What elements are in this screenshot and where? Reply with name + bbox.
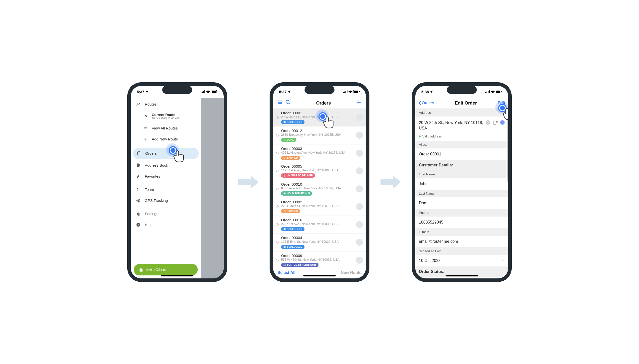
- invite-label: Invite Others: [146, 268, 166, 272]
- svg-rect-30: [347, 90, 347, 93]
- nav-title: Edit Order: [434, 100, 498, 106]
- address-book-label: Address Book: [145, 163, 168, 168]
- svg-rect-49: [284, 264, 286, 266]
- menu-settings[interactable]: Settings: [131, 208, 201, 219]
- order-row[interactable]: Order 00012 2880 Broadway, New York, NY …: [273, 126, 366, 144]
- new-route-button[interactable]: New Route: [341, 270, 361, 275]
- order-radio[interactable]: [276, 170, 279, 172]
- order-title: Order 00016: [281, 218, 353, 222]
- order-title: Order 00004: [281, 236, 353, 240]
- svg-rect-26: [140, 269, 143, 272]
- field-alias[interactable]: Order 00001: [415, 148, 508, 160]
- location-arrow-icon: [145, 90, 149, 93]
- svg-point-22: [138, 200, 139, 201]
- svg-rect-41: [284, 121, 286, 123]
- field-first[interactable]: John: [415, 178, 508, 190]
- menu-routes[interactable]: Routes: [131, 99, 201, 110]
- svg-rect-53: [489, 90, 490, 93]
- field-email[interactable]: email@route4me.com: [415, 236, 508, 247]
- svg-rect-15: [137, 164, 140, 167]
- order-title: Order 00012: [281, 128, 353, 133]
- menu-address-book[interactable]: Address Book: [131, 160, 201, 171]
- svg-rect-50: [485, 92, 486, 93]
- chevron-down-icon: [501, 259, 505, 262]
- order-avatar: [356, 132, 363, 139]
- order-avatar: [356, 168, 363, 174]
- field-sched[interactable]: 10 Oct 2023: [415, 255, 508, 266]
- field-phone[interactable]: 18885529045: [415, 216, 508, 228]
- nav-bar: Orders Edit Order Edit: [415, 98, 508, 109]
- clear-icon[interactable]: ✕: [486, 120, 490, 125]
- valid-address-indicator: Valid address: [415, 134, 508, 141]
- order-address: 222 E 34th St, New York, NY 10016, USA: [281, 204, 353, 208]
- menu-favorites[interactable]: Favorites: [131, 171, 201, 182]
- order-row[interactable]: Order 00004 125 E 54th St, New York, NY …: [273, 234, 366, 252]
- status-time: 5:38: [421, 90, 429, 94]
- home-indicator[interactable]: [161, 275, 193, 276]
- field-address[interactable]: 20 W 34th St., New York, NY 10118, USA ✕: [415, 116, 508, 135]
- order-radio[interactable]: [276, 152, 279, 154]
- order-radio[interactable]: [276, 116, 279, 119]
- order-badge: SCHEDULED: [281, 227, 305, 231]
- order-radio[interactable]: [276, 205, 279, 208]
- hamburger-icon[interactable]: [276, 100, 284, 106]
- order-radio[interactable]: [276, 241, 279, 244]
- edit-button[interactable]: Edit: [498, 101, 505, 105]
- search-icon[interactable]: [284, 100, 292, 106]
- order-radio[interactable]: [276, 259, 279, 262]
- signal-icon: [343, 90, 347, 93]
- menu-help[interactable]: ? Help: [131, 219, 201, 230]
- order-row[interactable]: Order 00001 20 W 34th St., New York, NY …: [273, 109, 366, 127]
- svg-rect-2: [203, 91, 204, 93]
- notch: [162, 86, 192, 94]
- order-row[interactable]: Order 00002 222 E 34th St, New York, NY …: [273, 198, 366, 216]
- status-time: 5:37: [137, 90, 144, 94]
- menu-gps[interactable]: GPS Tracking: [131, 195, 201, 206]
- color-picker-icon[interactable]: [500, 120, 505, 125]
- favorites-label: Favorites: [145, 174, 160, 178]
- order-avatar: [356, 203, 363, 210]
- order-radio[interactable]: [276, 134, 279, 136]
- order-row[interactable]: Order 00003 405 Lexington Ave, New York,…: [273, 144, 366, 162]
- invite-icon: [139, 268, 143, 272]
- back-button[interactable]: Orders: [418, 101, 434, 105]
- order-address: 20 W 34th St., New York, NY 10118, USA: [281, 115, 353, 119]
- order-address: 1191 1st Ave., New York, NY 10065, USA: [281, 169, 353, 172]
- section-customer: Customer Details:: [415, 160, 508, 170]
- label-first: First Name:: [415, 170, 508, 178]
- order-address: 2880 Broadway, New York, NY 10025, USA: [281, 133, 353, 136]
- orders-list[interactable]: Order 00001 20 W 34th St., New York, NY …: [273, 109, 366, 267]
- edit-form[interactable]: Address: 20 W 34th St., New York, NY 101…: [415, 109, 508, 278]
- svg-point-19: [139, 188, 140, 189]
- order-row[interactable]: Order 00016 2287 1st Ave., New York, NY …: [273, 216, 366, 234]
- invite-button[interactable]: Invite Others: [134, 264, 198, 276]
- field-last[interactable]: Doe: [415, 197, 508, 209]
- menu-team[interactable]: Team: [131, 184, 201, 195]
- home-indicator[interactable]: [446, 275, 478, 276]
- menu-view-all[interactable]: View All Routes: [131, 123, 201, 134]
- menu-orders[interactable]: Orders: [133, 148, 199, 159]
- label-alias: Alias:: [415, 141, 508, 148]
- battery-icon: [211, 90, 218, 93]
- order-title: Order 00009: [281, 254, 353, 258]
- order-row[interactable]: Order 00010 80 Riverside Dr, New York, N…: [273, 180, 366, 198]
- add-icon[interactable]: [355, 99, 363, 107]
- select-all-button[interactable]: Select All: [278, 270, 295, 275]
- order-address: 533 W 47th St, New York, NY 10036, USA: [281, 258, 353, 262]
- scrollbar[interactable]: [507, 111, 507, 268]
- svg-rect-57: [493, 121, 496, 124]
- add-route-label: Add New Route: [152, 137, 178, 141]
- signal-icon: [485, 90, 490, 93]
- svg-point-37: [286, 100, 289, 104]
- home-indicator[interactable]: [303, 275, 336, 276]
- order-row[interactable]: Order 00009 533 W 47th St, New York, NY …: [273, 252, 366, 267]
- order-row[interactable]: Order 00005 1191 1st Ave., New York, NY …: [273, 162, 366, 180]
- overlay[interactable]: [201, 98, 224, 278]
- order-avatar: [356, 150, 363, 157]
- menu-current-route[interactable]: Current Route 10 Oct 2023 11:45 AM: [131, 110, 201, 123]
- map-pin-icon[interactable]: [493, 120, 498, 125]
- order-radio[interactable]: [276, 223, 279, 226]
- order-radio[interactable]: [276, 188, 279, 190]
- menu-add-route[interactable]: Add New Route: [131, 134, 201, 145]
- book-icon: [136, 163, 141, 168]
